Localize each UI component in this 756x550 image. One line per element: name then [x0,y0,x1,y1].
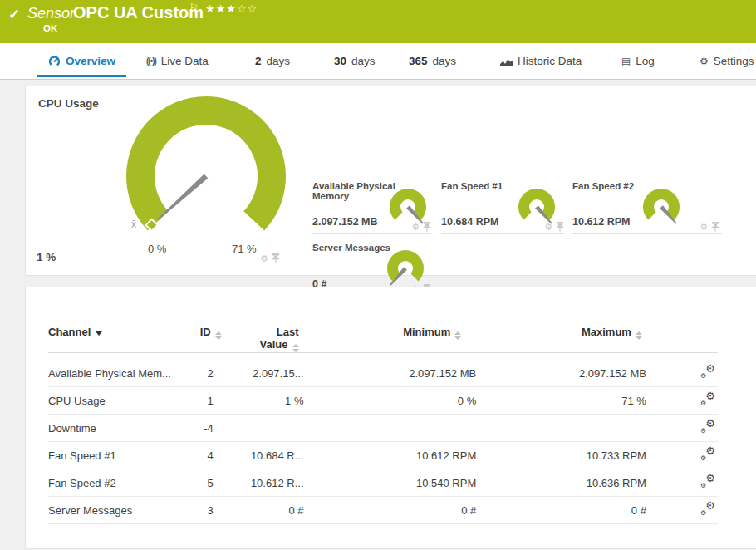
priority-flag-icon[interactable]: ⚐ [189,2,199,13]
channel-maximum: 0 # [478,497,650,524]
gear-icon: ⚙ [700,510,706,517]
tab-historic-data[interactable]: Historic Data [500,43,582,79]
live-signal-icon: ((•)) [146,56,156,66]
channel-gear-icon[interactable]: ⚙ [544,223,552,232]
channel-name[interactable]: Fan Speed #1 [48,442,180,469]
gauge-value: 10.684 RPM [441,216,498,228]
channel-gear-icon[interactable]: ⚙ [260,254,268,263]
channel-settings-icon[interactable]: ⚙⚙ [700,420,715,434]
settings-gear-icon: ⚙ [700,56,709,67]
sensor-header: ✓ Sensor OPC UA Custom ⚐ ★★★☆☆ OK [0,0,756,43]
tab-live-data[interactable]: ((•)) Live Data [146,43,209,79]
gear-icon: ⚙ [700,400,706,407]
cpu-usage-gauge[interactable]: x̄ [123,91,289,265]
channel-name[interactable]: Downtime [48,415,180,442]
column-header-last-line2: Value [260,338,288,351]
column-header-last-value[interactable]: Last Value [222,309,306,353]
channel-settings-icon[interactable]: ⚙⚙ [700,503,715,516]
tab-2-days-unit: days [267,55,291,67]
status-ok-check-icon: ✓ [8,6,20,23]
column-header-id-label: ID [200,326,211,338]
column-header-channel[interactable]: Channel [48,309,180,353]
channel-table: Channel ID Last Value Minimum Maximum [48,309,718,524]
channel-maximum: 71 % [478,387,650,415]
cell-actions: ⚙ [700,222,719,232]
sort-toggle-icon [636,331,642,340]
sort-toggle-icon [292,344,299,352]
tab-365-days[interactable]: 365 days [409,43,456,79]
table-header-row: Channel ID Last Value Minimum Maximum [48,309,718,353]
channel-gear-icon[interactable]: ⚙ [411,223,420,232]
tab-30-days[interactable]: 30 days [334,43,376,79]
priority-stars[interactable]: ★★★☆☆ [205,2,258,15]
tab-2-days[interactable]: 2 days [255,43,290,79]
channel-settings-icon[interactable]: ⚙⚙ [700,366,715,379]
channel-maximum: 2.097.152 MB [478,353,650,387]
tab-365-days-number: 365 [409,55,428,67]
cpu-gauge-max-label: 71 % [232,243,257,255]
tab-historic-data-label: Historic Data [518,55,582,67]
gear-icon: ⚙ [705,500,715,511]
pin-icon[interactable] [423,222,431,232]
tab-log[interactable]: ▤ Log [621,43,655,79]
tab-live-data-label: Live Data [161,55,209,67]
gauge-cell-fan-speed-2[interactable]: Fan Speed #2 10.612 RPM ⚙ [572,180,722,234]
channel-name[interactable]: CPU Usage [48,387,180,415]
active-tab-underline [37,75,126,77]
tab-30-days-unit: days [351,55,376,67]
gauge-cell-fan-speed-1[interactable]: Fan Speed #1 10.684 RPM ⚙ [441,180,564,234]
mean-marker: x̄ [131,219,136,230]
channel-gear-icon[interactable]: ⚙ [700,223,708,232]
mini-gauge [638,185,685,232]
log-list-icon: ▤ [621,56,631,67]
pin-icon[interactable] [711,222,719,232]
channel-table-panel: Channel ID Last Value Minimum Maximum [25,287,756,549]
channel-name[interactable]: Available Physical Mem... [48,353,180,387]
channel-id: 3 [180,497,222,524]
column-header-minimum[interactable]: Minimum [306,309,479,353]
table-row[interactable]: CPU Usage 1 1 % 0 % 71 % ⚙⚙ [48,387,718,415]
channel-settings-icon[interactable]: ⚙⚙ [700,475,715,489]
column-header-actions [650,309,718,353]
channel-last-value: 10.684 R... [222,442,306,469]
cell-actions: ⚙ [544,222,564,232]
channel-id: 4 [180,442,222,469]
gear-icon: ⚙ [705,363,715,374]
table-row[interactable]: Fan Speed #2 5 10.612 R... 10.540 RPM 10… [48,469,718,497]
table-row[interactable]: Fan Speed #1 4 10.684 R... 10.612 RPM 10… [48,442,718,469]
cpu-cell-actions: ⚙ [260,253,280,263]
channel-settings-icon[interactable]: ⚙⚙ [700,448,715,461]
gear-icon: ⚙ [700,455,706,462]
area-chart-icon [500,56,513,66]
stars-filled[interactable]: ★★★ [205,2,237,15]
column-header-maximum[interactable]: Maximum [478,309,650,353]
gauge-cell-available-physical-memory[interactable]: Available Physical Memory 2.097.152 MB ⚙ [312,180,431,234]
channel-maximum: 10.636 RPM [478,469,650,497]
gauge-value: 10.612 RPM [572,216,630,228]
table-row[interactable]: Downtime -4 ⚙⚙ [48,415,718,442]
cpu-cell-divider [30,268,287,268]
column-header-id[interactable]: ID [180,309,222,353]
channel-name[interactable]: Server Messages [48,497,180,524]
sensor-status-text: OK [43,23,57,33]
gear-icon: ⚙ [705,390,715,401]
channel-name[interactable]: Fan Speed #2 [48,469,180,497]
tab-settings[interactable]: ⚙ Settings [700,43,754,79]
channel-id: 2 [180,353,222,387]
channel-settings-icon[interactable]: ⚙⚙ [700,393,715,406]
tab-overview[interactable]: Overview [37,43,126,79]
pin-icon[interactable] [556,222,564,232]
stars-empty[interactable]: ☆☆ [237,2,258,15]
column-header-maximum-label: Maximum [582,326,631,338]
pin-icon[interactable] [272,253,280,263]
channel-last-value: 10.612 R... [222,469,306,497]
table-row[interactable]: Server Messages 3 0 # 0 # 0 # ⚙⚙ [48,497,718,524]
gauge-value: 2.097.152 MB [312,216,378,228]
gear-icon: ⚙ [705,418,715,429]
channel-minimum: 2.097.152 MB [306,353,479,387]
sort-toggle-icon [215,331,222,340]
table-row[interactable]: Available Physical Mem... 2 2.097.15... … [48,353,718,387]
channel-minimum: 0 % [306,387,479,415]
cell-actions: ⚙ [411,222,431,232]
channel-minimum [306,415,479,442]
